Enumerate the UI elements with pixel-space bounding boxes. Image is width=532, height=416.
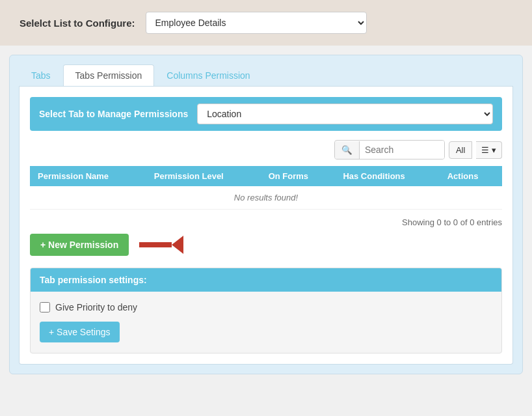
select-tab-label: Select Tab to Manage Permissions <box>39 109 188 119</box>
arrow-head <box>172 236 183 254</box>
col-permission-name: Permission Name <box>30 166 146 186</box>
table-row-no-results: No results found! <box>30 186 502 210</box>
save-settings-button[interactable]: + Save Setings <box>40 322 120 342</box>
search-box: 🔍 <box>334 140 445 159</box>
filter-all-btn[interactable]: All <box>449 141 472 159</box>
select-tab-bar: Select Tab to Manage Permissions Locatio… <box>30 97 502 131</box>
col-on-forms: On Forms <box>261 166 336 186</box>
configure-label: Selelct List to Configure: <box>20 18 135 29</box>
search-icon-btn[interactable]: 🔍 <box>335 141 360 159</box>
new-permission-row: + New Permission <box>30 234 502 256</box>
tab-tabs-permission[interactable]: Tabs Permission <box>63 64 155 86</box>
give-priority-label[interactable]: Give Priority to deny <box>55 302 137 312</box>
top-bar: Selelct List to Configure: Employee Deta… <box>0 0 532 46</box>
checkbox-row: Give Priority to deny <box>40 302 492 312</box>
settings-body: Give Priority to deny + Save Setings <box>31 292 501 353</box>
list-select[interactable]: Employee Details <box>146 12 367 34</box>
arrow-indicator <box>139 236 183 254</box>
tabs-bar: Tabs Tabs Permission Columns Permission <box>19 64 513 87</box>
settings-section: Tab permission settings: Give Priority t… <box>30 268 502 354</box>
settings-header: Tab permission settings: <box>31 268 501 292</box>
columns-view-btn[interactable]: ☰ ▾ <box>476 141 502 159</box>
col-actions: Actions <box>440 166 502 186</box>
search-row: 🔍 All ☰ ▾ <box>30 140 502 159</box>
search-input[interactable] <box>360 141 444 159</box>
tab-content: Select Tab to Manage Permissions Locatio… <box>19 87 513 365</box>
showing-entries: Showing 0 to 0 of 0 entries <box>30 215 502 234</box>
give-priority-checkbox[interactable] <box>40 302 50 312</box>
new-permission-button[interactable]: + New Permission <box>30 234 129 256</box>
arrow-body <box>139 242 172 247</box>
table-header-row: Permission Name Permission Level On Form… <box>30 166 502 186</box>
no-results-text: No results found! <box>30 186 502 210</box>
tab-select[interactable]: Location Personal Info Work Info <box>197 104 493 124</box>
col-permission-level: Permission Level <box>146 166 261 186</box>
main-content: Tabs Tabs Permission Columns Permission … <box>9 55 523 374</box>
permissions-table: Permission Name Permission Level On Form… <box>30 166 502 210</box>
tab-columns-permission[interactable]: Columns Permission <box>154 64 262 86</box>
settings-header-text: Tab permission settings: <box>40 275 147 285</box>
col-has-conditions: Has Conditions <box>335 166 439 186</box>
tab-tabs[interactable]: Tabs <box>19 64 63 86</box>
